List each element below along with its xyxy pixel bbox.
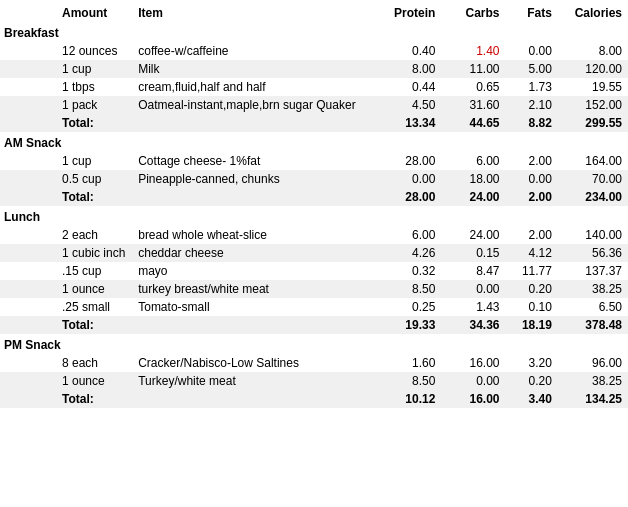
cell-protein: 6.00	[366, 226, 442, 244]
cell-item: cheddar cheese	[132, 244, 365, 262]
cell-calories: 164.00	[558, 152, 628, 170]
cell-calories: 152.00	[558, 96, 628, 114]
total-protein: 13.34	[366, 114, 442, 132]
total-calories: 378.48	[558, 316, 628, 334]
cell-fats: 4.12	[505, 244, 557, 262]
cell-amount: 1 pack	[0, 96, 132, 114]
cell-item: Cottage cheese- 1%fat	[132, 152, 365, 170]
section-title: Lunch	[0, 206, 628, 226]
cell-item: Milk	[132, 60, 365, 78]
cell-protein: 4.50	[366, 96, 442, 114]
cell-fats: 3.20	[505, 354, 557, 372]
cell-item: Pineapple-canned, chunks	[132, 170, 365, 188]
header-protein: Protein	[366, 4, 442, 22]
cell-amount: 1 ounce	[0, 372, 132, 390]
cell-amount: 1 cup	[0, 152, 132, 170]
cell-amount: .25 small	[0, 298, 132, 316]
section-title: AM Snack	[0, 132, 628, 152]
total-carbs: 24.00	[441, 188, 505, 206]
cell-amount: 0.5 cup	[0, 170, 132, 188]
cell-item: Oatmeal-instant,maple,brn sugar Quaker	[132, 96, 365, 114]
table-row: 8 each Cracker/Nabisco-Low Saltines 1.60…	[0, 354, 628, 372]
cell-fats: 5.00	[505, 60, 557, 78]
column-headers: Amount Item Protein Carbs Fats Calories	[0, 4, 628, 22]
cell-amount: 12 ounces	[0, 42, 132, 60]
section-title: PM Snack	[0, 334, 628, 354]
total-label: Total:	[0, 188, 366, 206]
cell-item: Turkey/white meat	[132, 372, 365, 390]
cell-amount: 8 each	[0, 354, 132, 372]
cell-carbs: 0.00	[441, 280, 505, 298]
total-carbs: 34.36	[441, 316, 505, 334]
cell-calories: 56.36	[558, 244, 628, 262]
cell-carbs: 0.00	[441, 372, 505, 390]
cell-protein: 0.44	[366, 78, 442, 96]
total-calories: 299.55	[558, 114, 628, 132]
header-fats: Fats	[505, 4, 557, 22]
total-carbs: 44.65	[441, 114, 505, 132]
cell-protein: 8.50	[366, 280, 442, 298]
nutrition-table: Amount Item Protein Carbs Fats Calories …	[0, 0, 628, 412]
total-label: Total:	[0, 316, 366, 334]
total-protein: 28.00	[366, 188, 442, 206]
cell-fats: 2.00	[505, 152, 557, 170]
cell-fats: 0.00	[505, 170, 557, 188]
cell-protein: 28.00	[366, 152, 442, 170]
total-fats: 18.19	[505, 316, 557, 334]
cell-protein: 0.40	[366, 42, 442, 60]
cell-amount: 1 cubic inch	[0, 244, 132, 262]
cell-carbs: 31.60	[441, 96, 505, 114]
total-row-breakfast: Total: 13.34 44.65 8.82 299.55	[0, 114, 628, 132]
total-carbs: 16.00	[441, 390, 505, 408]
section-header-pm-snack: PM Snack	[0, 334, 628, 354]
table-row: 2 each bread whole wheat-slice 6.00 24.0…	[0, 226, 628, 244]
table-row: 1 ounce turkey breast/white meat 8.50 0.…	[0, 280, 628, 298]
cell-fats: 11.77	[505, 262, 557, 280]
cell-protein: 1.60	[366, 354, 442, 372]
total-row-am-snack: Total: 28.00 24.00 2.00 234.00	[0, 188, 628, 206]
total-row-pm-snack: Total: 10.12 16.00 3.40 134.25	[0, 390, 628, 408]
total-protein: 10.12	[366, 390, 442, 408]
table-row: 1 cubic inch cheddar cheese 4.26 0.15 4.…	[0, 244, 628, 262]
cell-item: coffee-w/caffeine	[132, 42, 365, 60]
cell-calories: 8.00	[558, 42, 628, 60]
cell-carbs: 16.00	[441, 354, 505, 372]
cell-calories: 38.25	[558, 372, 628, 390]
cell-calories: 120.00	[558, 60, 628, 78]
section-header-lunch: Lunch	[0, 206, 628, 226]
cell-carbs: 1.40	[441, 42, 505, 60]
total-row-lunch: Total: 19.33 34.36 18.19 378.48	[0, 316, 628, 334]
total-label: Total:	[0, 390, 366, 408]
total-label: Total:	[0, 114, 366, 132]
total-calories: 234.00	[558, 188, 628, 206]
section-header-breakfast: Breakfast	[0, 22, 628, 42]
total-protein: 19.33	[366, 316, 442, 334]
cell-calories: 140.00	[558, 226, 628, 244]
cell-item: turkey breast/white meat	[132, 280, 365, 298]
cell-amount: 2 each	[0, 226, 132, 244]
cell-item: Cracker/Nabisco-Low Saltines	[132, 354, 365, 372]
cell-item: cream,fluid,half and half	[132, 78, 365, 96]
header-item: Item	[132, 4, 365, 22]
cell-fats: 1.73	[505, 78, 557, 96]
cell-protein: 8.00	[366, 60, 442, 78]
cell-fats: 0.20	[505, 372, 557, 390]
table-row: .15 cup mayo 0.32 8.47 11.77 137.37	[0, 262, 628, 280]
cell-item: mayo	[132, 262, 365, 280]
cell-carbs: 18.00	[441, 170, 505, 188]
table-row: .25 small Tomato-small 0.25 1.43 0.10 6.…	[0, 298, 628, 316]
table-row: 1 cup Milk 8.00 11.00 5.00 120.00	[0, 60, 628, 78]
cell-protein: 8.50	[366, 372, 442, 390]
table-row: 1 cup Cottage cheese- 1%fat 28.00 6.00 2…	[0, 152, 628, 170]
table-row: 12 ounces coffee-w/caffeine 0.40 1.40 0.…	[0, 42, 628, 60]
cell-carbs: 11.00	[441, 60, 505, 78]
total-fats: 2.00	[505, 188, 557, 206]
cell-protein: 0.25	[366, 298, 442, 316]
header-carbs: Carbs	[441, 4, 505, 22]
cell-carbs: 0.65	[441, 78, 505, 96]
total-fats: 3.40	[505, 390, 557, 408]
table-row: 0.5 cup Pineapple-canned, chunks 0.00 18…	[0, 170, 628, 188]
cell-item: bread whole wheat-slice	[132, 226, 365, 244]
cell-fats: 2.10	[505, 96, 557, 114]
cell-carbs: 24.00	[441, 226, 505, 244]
